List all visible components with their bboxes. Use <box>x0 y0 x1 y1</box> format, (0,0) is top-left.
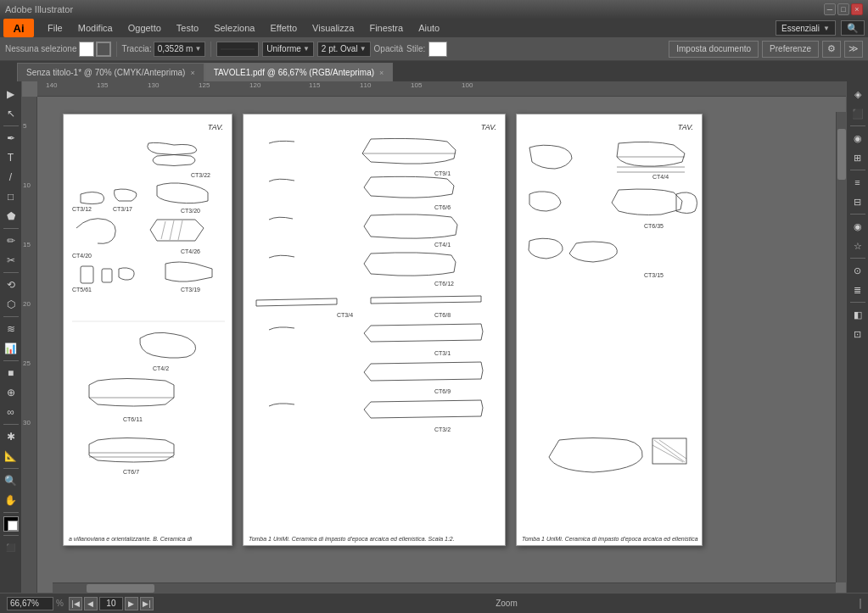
rp-sep-4 <box>850 258 865 259</box>
direct-selection-tool[interactable]: ↖ <box>2 104 20 123</box>
menu-testo[interactable]: Testo <box>170 21 205 35</box>
symbols-btn[interactable]: ⊙ <box>848 261 867 280</box>
transform-btn[interactable]: ≡ <box>848 173 867 192</box>
menu-oggetto[interactable]: Oggetto <box>121 21 168 35</box>
gradient-tool[interactable]: ■ <box>2 364 20 382</box>
close-button[interactable]: × <box>851 3 863 15</box>
line-tool[interactable]: / <box>2 168 20 187</box>
ruler-mark-115: 115 <box>309 81 320 89</box>
first-page-btn[interactable]: |◀ <box>69 597 82 610</box>
scissors-tool[interactable]: ✂ <box>2 251 20 270</box>
tab-close-untitled[interactable]: × <box>190 69 194 77</box>
maximize-button[interactable]: □ <box>837 3 849 15</box>
zoom-input[interactable] <box>7 597 53 610</box>
type-tool[interactable]: T <box>2 148 20 167</box>
menu-bar: Ai File Modifica Oggetto Testo Seleziona… <box>0 19 868 37</box>
shape-tool[interactable]: ⬟ <box>2 207 20 226</box>
vertical-scrollbar[interactable] <box>836 112 846 582</box>
artboards-btn[interactable]: ⊡ <box>848 325 867 343</box>
svg-line-37 <box>654 440 685 462</box>
menu-visualizza[interactable]: Visualizza <box>305 21 361 35</box>
hand-tool[interactable]: ✋ <box>2 491 20 510</box>
scale-tool[interactable]: ⬡ <box>2 295 20 314</box>
brushes-btn[interactable]: ≣ <box>848 281 867 299</box>
svg-text:CT6/8: CT6/8 <box>434 312 451 318</box>
last-page-btn[interactable]: ▶| <box>140 597 154 610</box>
menu-modifica[interactable]: Modifica <box>71 21 120 35</box>
minimize-button[interactable]: ─ <box>824 3 836 15</box>
align-btn[interactable]: ⊟ <box>848 192 867 211</box>
tool-separator-5 <box>3 360 19 361</box>
fill-stroke-colors[interactable] <box>3 516 19 532</box>
mesh-tool[interactable]: ⊕ <box>2 383 20 402</box>
pathfinder-btn[interactable]: ◉ <box>848 217 867 236</box>
doc-setup-button[interactable]: Imposta documento <box>669 41 759 58</box>
tool-separator-9 <box>3 535 19 536</box>
rotate-tool[interactable]: ⟲ <box>2 276 20 294</box>
pen-tool[interactable]: ✒ <box>2 129 20 148</box>
stroke-color-box[interactable] <box>96 42 111 57</box>
progress-bar[interactable] <box>860 599 861 609</box>
trace-input[interactable]: 0,3528 m ▼ <box>154 42 206 57</box>
app-title: Adobe Illustrator <box>5 4 73 14</box>
appearance-btn[interactable]: ☆ <box>848 237 867 255</box>
menu-finestra[interactable]: Finestra <box>362 21 410 35</box>
svg-text:CT6/35: CT6/35 <box>644 223 664 229</box>
rect-tool[interactable]: □ <box>2 187 20 206</box>
status-right <box>860 599 861 609</box>
menu-file[interactable]: File <box>41 21 70 35</box>
swatches-btn[interactable]: ⬛ <box>848 104 867 123</box>
tab-tavole[interactable]: TAVOLE1.pdf @ 66,67% (RGB/Anteprima) × <box>204 63 394 81</box>
horizontal-scrollbar[interactable] <box>53 582 836 593</box>
tab-untitled[interactable]: Senza titolo-1* @ 70% (CMYK/Anteprima) × <box>17 63 204 81</box>
ruler-left: 5 10 15 20 25 30 <box>22 97 37 593</box>
menu-seleziona[interactable]: Seleziona <box>207 21 261 35</box>
brush-tool[interactable]: ✏ <box>2 231 20 250</box>
panel-icon[interactable]: ⚙ <box>822 41 841 58</box>
page-number-input[interactable] <box>99 597 123 610</box>
more-icon[interactable]: ≫ <box>844 41 863 58</box>
fill-color-box[interactable] <box>79 42 94 57</box>
zoom-tool[interactable]: 🔍 <box>2 471 20 490</box>
window-controls: ─ □ × <box>824 3 863 15</box>
preferences-button[interactable]: Preferenze <box>762 41 819 58</box>
svg-text:CT4/26: CT4/26 <box>181 248 200 254</box>
gradient-panel-btn[interactable]: ⊞ <box>848 148 867 167</box>
prev-page-btn[interactable]: ◀ <box>84 597 98 610</box>
measure-tool[interactable]: 📐 <box>2 447 20 465</box>
hscroll-thumb[interactable] <box>87 584 154 593</box>
page-3-content: TAV. CT4/4 <box>517 114 702 545</box>
graph-tool[interactable]: 📊 <box>2 339 20 358</box>
canvas-area[interactable]: 140 135 130 125 120 115 110 105 100 5 10… <box>22 81 846 593</box>
blend-tool[interactable]: ∞ <box>2 403 20 421</box>
tool-separator-3 <box>3 272 19 273</box>
point-size-dropdown[interactable]: 2 pt. Oval ▼ <box>317 42 371 57</box>
search-box[interactable]: 🔍 <box>841 20 865 36</box>
layers-btn[interactable]: ◧ <box>848 305 867 324</box>
next-page-btn[interactable]: ▶ <box>125 597 138 610</box>
page-2-content: TAV. CT9/1 CT6/6 <box>244 114 505 545</box>
document-canvas[interactable]: TAV. CT3/22 CT3/12 <box>37 97 846 593</box>
vscroll-thumb[interactable] <box>837 129 846 180</box>
menu-aiuto[interactable]: Aiuto <box>412 21 446 35</box>
line-style-dropdown[interactable]: Uniforme ▼ <box>262 42 314 57</box>
color-panel-btn[interactable]: ◈ <box>848 85 867 103</box>
eyedropper-tool[interactable]: ✱ <box>2 427 20 446</box>
page-1: TAV. CT3/22 CT3/12 <box>63 114 232 546</box>
warp-tool[interactable]: ≋ <box>2 320 20 338</box>
tab-close-tavole[interactable]: × <box>379 69 384 77</box>
svg-text:CT6/6: CT6/6 <box>434 204 451 210</box>
tool-separator-4 <box>3 316 19 317</box>
menu-effetto[interactable]: Effetto <box>263 21 304 35</box>
pointsize-chevron: ▼ <box>360 45 367 53</box>
stroke-panel-btn[interactable]: ◉ <box>848 129 867 148</box>
style-box[interactable] <box>428 42 447 57</box>
page-navigation: |◀ ◀ ▶ ▶| <box>69 597 154 610</box>
workspace-selector[interactable]: Essenziali ▼ <box>776 20 836 36</box>
selection-tool[interactable]: ▶ <box>2 85 20 103</box>
rp-sep-2 <box>850 170 865 170</box>
change-screen-mode[interactable]: ⬛ <box>2 538 20 557</box>
svg-rect-10 <box>81 266 93 283</box>
search-icon: 🔍 <box>847 23 859 34</box>
page-1-drawings: CT3/22 CT3/12 CT3/17 CT3/20 <box>72 135 225 525</box>
